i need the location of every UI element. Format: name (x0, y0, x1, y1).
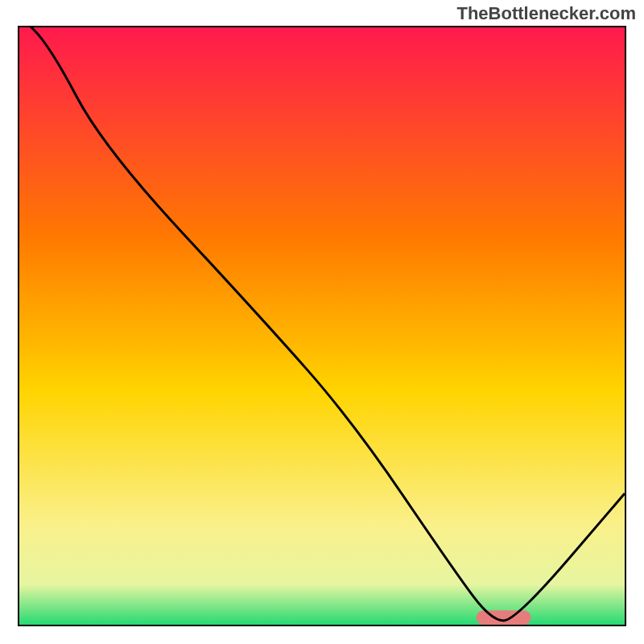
optimal-marker (477, 610, 531, 625)
curve-layer (19, 27, 625, 626)
chart-frame: TheBottlenecker.com (0, 0, 644, 644)
bottleneck-curve (19, 27, 625, 621)
watermark-text: TheBottlenecker.com (456, 3, 636, 24)
plot-area (18, 26, 626, 626)
